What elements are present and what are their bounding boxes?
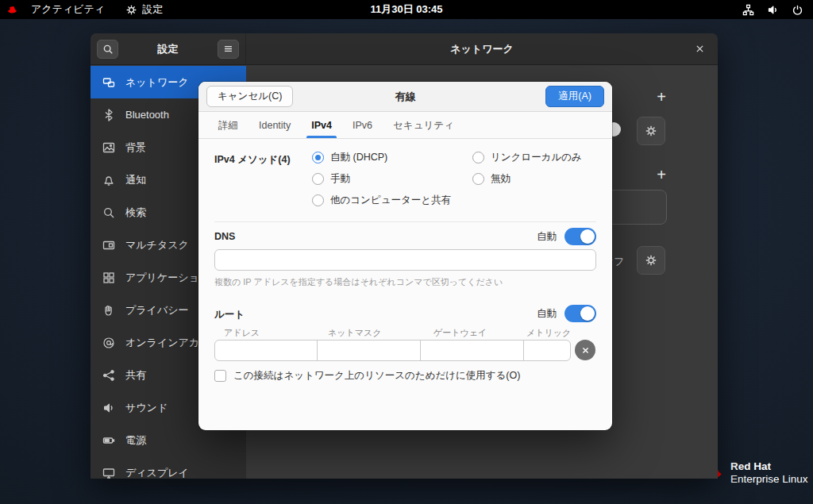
route-col-gateway: ゲートウェイ [433, 327, 487, 339]
window-header: 設定 ネットワーク [91, 33, 718, 65]
section-divider [214, 221, 596, 222]
radio-label: リンクローカルのみ [491, 151, 582, 164]
route-metric-input[interactable] [523, 340, 571, 361]
radio-label: 無効 [491, 172, 511, 186]
toggle-knob [580, 229, 595, 244]
ipv4-method-label: IPv4 メソッド(4) [214, 153, 291, 167]
route-col-metric: メトリック [526, 327, 571, 339]
multitask-icon [102, 239, 115, 252]
radio-icon [472, 173, 484, 185]
radio-icon [472, 152, 484, 164]
radio-auto-dhcp[interactable]: 自動 (DHCP) [312, 151, 387, 164]
apps-grid-icon [102, 271, 115, 284]
search-icon [102, 206, 115, 219]
radio-label: 他のコンピューターと共有 [330, 194, 451, 207]
brand-line2: Enterprise Linux [730, 473, 808, 486]
sidebar-item-label: 検索 [125, 206, 146, 220]
network-status-icon [742, 4, 754, 16]
radio-link-local[interactable]: リンクローカルのみ [472, 151, 582, 164]
top-bar: アクティビティ 設定 11月30日 03:45 [0, 0, 813, 19]
proxy-settings-button[interactable] [637, 246, 665, 275]
system-status-area[interactable] [742, 4, 813, 16]
power-icon [792, 4, 803, 16]
volume-icon [767, 4, 779, 16]
primary-menu-button[interactable] [218, 40, 239, 59]
gear-icon [645, 125, 657, 137]
add-vpn-button[interactable]: + [653, 167, 670, 184]
dns-label: DNS [214, 231, 235, 242]
sidebar-item-label: Bluetooth [125, 109, 169, 121]
hamburger-menu-icon [223, 44, 233, 54]
checkbox-icon [214, 370, 226, 382]
gear-icon [645, 254, 657, 267]
rhel-logo: Red Hat Enterprise Linux [703, 460, 808, 486]
sidebar-item-label: 電源 [125, 433, 146, 448]
connection-settings-button[interactable] [637, 117, 665, 145]
sidebar-item-label: 共有 [125, 368, 146, 383]
dns-auto-group: 自動 [537, 228, 596, 245]
routes-auto-group: 自動 [537, 305, 596, 322]
radio-icon [312, 173, 324, 185]
radio-manual[interactable]: 手動 [312, 172, 350, 186]
radio-label: 自動 (DHCP) [330, 151, 387, 164]
network-icon [102, 76, 115, 89]
wired-connection-dialog: キャンセル(C) 有線 適用(A) 詳細 Identity IPv4 IPv6 … [198, 82, 612, 430]
dns-input[interactable] [214, 249, 596, 271]
close-window-button[interactable] [692, 42, 707, 56]
route-address-input[interactable] [214, 340, 318, 361]
sidebar-item-label: マルチタスク [125, 238, 189, 252]
display-icon [102, 467, 115, 479]
route-input-row [214, 340, 571, 361]
add-connection-button[interactable]: + [653, 89, 670, 106]
restrict-connection-checkbox-row[interactable]: この接続はネットワーク上のリソースのためだけに使用する(O) [214, 369, 520, 383]
dialog-tabs: 詳細 Identity IPv4 IPv6 セキュリティ [198, 113, 612, 139]
app-menu-button[interactable]: 設定 [118, 0, 171, 19]
search-icon [102, 44, 114, 55]
apply-button[interactable]: 適用(A) [545, 86, 604, 107]
clock[interactable]: 11月30日 03:45 [370, 0, 442, 19]
dialog-header: キャンセル(C) 有線 適用(A) [198, 82, 612, 112]
route-netmask-input[interactable] [317, 340, 421, 361]
tab-security[interactable]: セキュリティ [383, 113, 464, 138]
bluetooth-icon [102, 109, 115, 121]
speaker-icon [102, 402, 115, 414]
dns-helper-text: 複数の IP アドレスを指定する場合はそれぞれコンマで区切ってください [214, 276, 503, 288]
sidebar-header: 設定 [91, 33, 246, 64]
share-icon [102, 369, 115, 382]
tab-details[interactable]: 詳細 [208, 113, 249, 138]
app-menu-label: 設定 [142, 2, 163, 17]
tab-identity[interactable]: Identity [249, 113, 301, 138]
sidebar-item-label: ネットワーク [125, 75, 189, 90]
radio-icon [312, 194, 324, 206]
tab-ipv6[interactable]: IPv6 [342, 113, 383, 138]
route-col-netmask: ネットマスク [328, 327, 382, 339]
route-col-address: アドレス [224, 327, 260, 339]
sidebar-item-label: アプリケーション [125, 271, 210, 285]
battery-icon [102, 434, 115, 447]
routes-auto-toggle[interactable] [564, 305, 596, 322]
dns-auto-toggle[interactable] [564, 228, 596, 245]
sidebar-item-displays[interactable]: ディスプレイ [91, 456, 246, 479]
search-button[interactable] [97, 40, 118, 59]
bell-icon [102, 174, 115, 187]
cancel-button[interactable]: キャンセル(C) [206, 86, 293, 107]
radio-shared[interactable]: 他のコンピューターと共有 [312, 194, 451, 207]
main-header: ネットワーク [246, 33, 718, 64]
gear-icon [125, 4, 137, 16]
sidebar-item-label: 背景 [125, 140, 146, 155]
radio-disable[interactable]: 無効 [472, 172, 511, 186]
hand-icon [102, 304, 115, 317]
route-delete-button[interactable] [575, 340, 595, 360]
sidebar-item-label: ディスプレイ [125, 466, 189, 479]
redhat-logo-icon [6, 4, 18, 16]
at-icon [102, 337, 115, 349]
radio-label: 手動 [330, 172, 350, 186]
dialog-title: 有線 [395, 90, 416, 104]
tab-ipv4[interactable]: IPv4 [301, 113, 342, 138]
routes-label: ルート [214, 308, 245, 321]
image-icon [102, 141, 115, 154]
activities-button[interactable]: アクティビティ [23, 0, 113, 19]
route-gateway-input[interactable] [420, 340, 524, 361]
brand-line1: Red Hat [730, 460, 808, 473]
activities-label: アクティビティ [31, 2, 105, 17]
